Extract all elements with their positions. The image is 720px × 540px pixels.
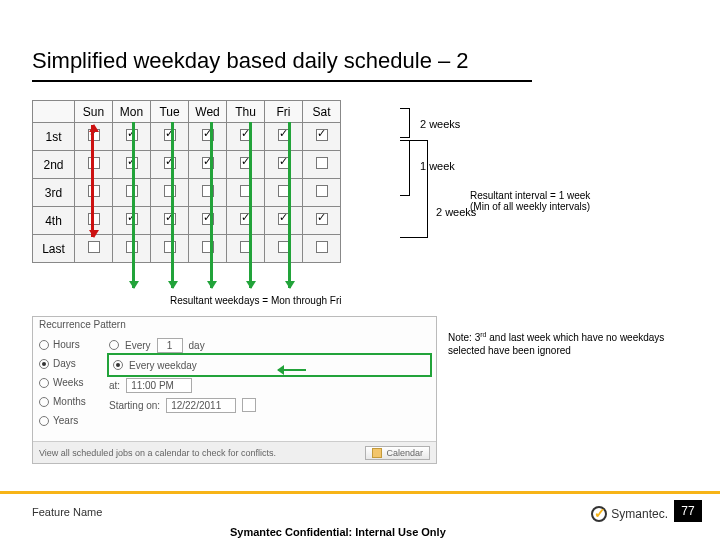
confidential-footer: Symantec Confidential: Internal Use Only [230,526,446,538]
schedule-cell[interactable] [303,151,341,179]
footer-accent-bar [0,491,720,494]
checkbox-icon [316,129,328,141]
page-number: 77 [674,500,702,522]
start-date-input[interactable]: 12/22/2011 [166,398,236,413]
weekday-arrow [288,122,291,288]
every-label: Every [125,340,151,351]
day-header: Tue [151,101,189,123]
unit-radio[interactable] [39,340,49,350]
slide-title: Simplified weekday based daily schedule … [32,48,469,74]
every-weekday-label: Every weekday [129,360,197,371]
resultant-interval: Resultant interval = 1 week (Min of all … [470,190,590,212]
row-label: 1st [33,123,75,151]
row-label: Last [33,235,75,263]
schedule-cell[interactable] [227,151,265,179]
calendar-hint: View all scheduled jobs on a calendar to… [39,448,276,458]
schedule-cell[interactable] [303,179,341,207]
schedule-cell[interactable] [75,235,113,263]
weekday-arrow [249,122,252,288]
schedule-cell[interactable] [227,207,265,235]
schedule-cell[interactable] [265,235,303,263]
checkbox-icon [316,213,328,225]
unit-label: Days [53,354,76,373]
schedule-cell[interactable] [151,235,189,263]
calendar-button-label: Calendar [386,448,423,458]
row-label: 4th [33,207,75,235]
schedule-cell[interactable] [227,123,265,151]
unit-radio[interactable] [39,378,49,388]
schedule-cell[interactable] [227,179,265,207]
schedule-cell[interactable] [265,151,303,179]
schedule-cell[interactable] [265,207,303,235]
unit-radio[interactable] [39,397,49,407]
schedule-cell[interactable] [303,235,341,263]
unit-label: Years [53,411,78,430]
calendar-button[interactable]: Calendar [365,446,430,460]
schedule-cell[interactable] [227,235,265,263]
unit-label: Months [53,392,86,411]
schedule-cell[interactable] [151,179,189,207]
at-label: at: [109,380,120,391]
unit-radio[interactable] [39,359,49,369]
schedule-grid: SunMonTueWedThuFriSat 1st2nd3rd4thLast [32,100,341,263]
resultant-interval-line1: Resultant interval = 1 week [470,190,590,201]
schedule-cell[interactable] [265,123,303,151]
title-underline [32,80,532,82]
bracket-2nd-4th [400,140,428,238]
starting-on-label: Starting on: [109,400,160,411]
recurrence-unit-list: HoursDaysWeeksMonthsYears [39,335,86,430]
schedule-cell[interactable] [189,207,227,235]
brand-text: Symantec. [611,507,668,521]
sunday-span-arrow [91,125,94,237]
schedule-cell[interactable] [189,179,227,207]
schedule-cell[interactable] [189,151,227,179]
time-input[interactable]: 11:00 PM [126,378,192,393]
unit-label: Weeks [53,373,83,392]
schedule-cell[interactable] [151,207,189,235]
ignored-weeks-note: Note: 3rd and last week which have no we… [448,330,688,357]
schedule-cell[interactable] [151,123,189,151]
resultant-interval-line2: (Min of all weekly intervals) [470,201,590,212]
bracket-label-1: 2 weeks [420,118,460,130]
checkbox-icon [316,241,328,253]
row-label: 2nd [33,151,75,179]
symantec-logo: Symantec. [591,506,668,522]
every-weekday-radio[interactable] [113,360,123,370]
weekday-arrow [132,122,135,288]
feature-name: Feature Name [32,506,102,518]
day-header: Wed [189,101,227,123]
recurrence-panel: Recurrence Pattern HoursDaysWeeksMonthsY… [32,316,437,464]
every-n-input[interactable]: 1 [157,338,183,353]
highlight-back-arrow [278,365,310,375]
schedule-cell[interactable] [189,123,227,151]
checkbox-icon [88,241,100,253]
calendar-picker-icon[interactable] [242,398,256,412]
weekday-arrow [171,122,174,288]
schedule-cell[interactable] [189,235,227,263]
schedule-cell[interactable] [303,207,341,235]
unit-label: Hours [53,335,80,354]
row-label: 3rd [33,179,75,207]
day-header: Sat [303,101,341,123]
day-header: Sun [75,101,113,123]
calendar-icon [372,448,382,458]
day-header: Mon [113,101,151,123]
checkbox-icon [316,157,328,169]
recurrence-heading: Recurrence Pattern [33,317,436,332]
schedule-cell[interactable] [151,151,189,179]
resultant-weekdays: Resultant weekdays = Mon through Fri [170,295,341,306]
check-circle-icon [591,506,607,522]
every-n-radio[interactable] [109,340,119,350]
day-header: Fri [265,101,303,123]
bracket-1st-2nd [400,108,410,138]
unit-radio[interactable] [39,416,49,426]
every-unit-label: day [189,340,205,351]
day-header: Thu [227,101,265,123]
schedule-cell[interactable] [303,123,341,151]
schedule-cell[interactable] [265,179,303,207]
checkbox-icon [316,185,328,197]
weekday-arrow [210,122,213,288]
